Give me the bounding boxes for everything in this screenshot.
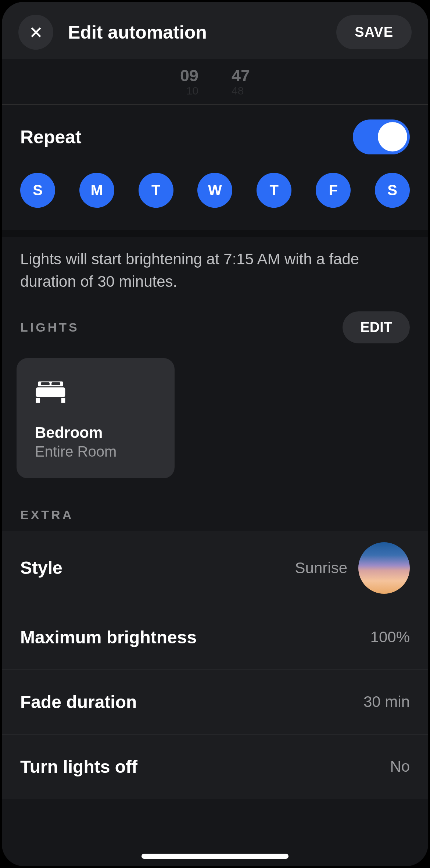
repeat-row: Repeat <box>2 119 428 154</box>
extra-header-label: EXTRA <box>2 497 428 531</box>
repeat-label: Repeat <box>20 126 82 148</box>
repeat-toggle[interactable] <box>353 119 410 154</box>
day-thursday[interactable]: T <box>257 173 291 208</box>
setting-fade-duration[interactable]: Fade duration 30 min <box>2 670 428 735</box>
fade-duration-label: Fade duration <box>20 692 137 712</box>
content-area: 09 47 10 48 Repeat S M T W T F S Lights … <box>2 59 428 799</box>
page-title: Edit automation <box>68 22 336 43</box>
sunrise-preview-icon <box>358 542 410 594</box>
fade-duration-value: 30 min <box>363 693 410 711</box>
lights-header-label: LIGHTS <box>20 320 79 335</box>
svg-rect-2 <box>36 398 40 403</box>
header-bar: Edit automation SAVE <box>2 2 428 59</box>
save-button[interactable]: SAVE <box>336 15 412 49</box>
day-friday[interactable]: F <box>316 173 351 208</box>
time-minute-next: 48 <box>232 85 244 97</box>
edit-lights-button[interactable]: EDIT <box>343 311 410 343</box>
lights-section-header: LIGHTS EDIT <box>2 308 428 351</box>
day-wednesday[interactable]: W <box>197 173 232 208</box>
day-tuesday[interactable]: T <box>139 173 173 208</box>
turn-off-value: No <box>390 758 410 775</box>
home-indicator[interactable] <box>141 854 289 859</box>
time-hour-next: 10 <box>186 85 198 97</box>
day-monday[interactable]: M <box>79 173 114 208</box>
max-brightness-value: 100% <box>370 628 410 646</box>
time-picker[interactable]: 09 47 10 48 <box>2 59 428 105</box>
close-button[interactable] <box>18 15 53 50</box>
room-card-bedroom[interactable]: Bedroom Entire Room <box>17 358 175 478</box>
style-label: Style <box>20 558 62 578</box>
time-hour: 09 <box>180 66 198 85</box>
style-value: Sunrise <box>295 559 347 577</box>
max-brightness-label: Maximum brightness <box>20 627 197 647</box>
day-saturday[interactable]: S <box>375 173 410 208</box>
turn-off-label: Turn lights off <box>20 757 137 777</box>
extra-settings-list: Style Sunrise Maximum brightness 100% Fa… <box>2 531 428 799</box>
setting-style[interactable]: Style Sunrise <box>2 531 428 605</box>
days-row: S M T W T F S <box>2 173 428 208</box>
day-sunday[interactable]: S <box>20 173 55 208</box>
svg-rect-3 <box>61 398 65 403</box>
bed-icon <box>35 378 156 406</box>
room-sub: Entire Room <box>35 443 156 460</box>
setting-max-brightness[interactable]: Maximum brightness 100% <box>2 605 428 670</box>
setting-turn-off[interactable]: Turn lights off No <box>2 735 428 799</box>
room-name: Bedroom <box>35 424 156 442</box>
svg-rect-5 <box>51 382 60 385</box>
automation-description: Lights will start brightening at 7:15 AM… <box>2 237 428 308</box>
close-icon <box>29 25 43 40</box>
time-minute: 47 <box>232 66 250 85</box>
toggle-knob <box>378 122 407 151</box>
divider <box>2 230 428 237</box>
svg-rect-1 <box>36 387 65 397</box>
svg-rect-4 <box>41 382 50 385</box>
